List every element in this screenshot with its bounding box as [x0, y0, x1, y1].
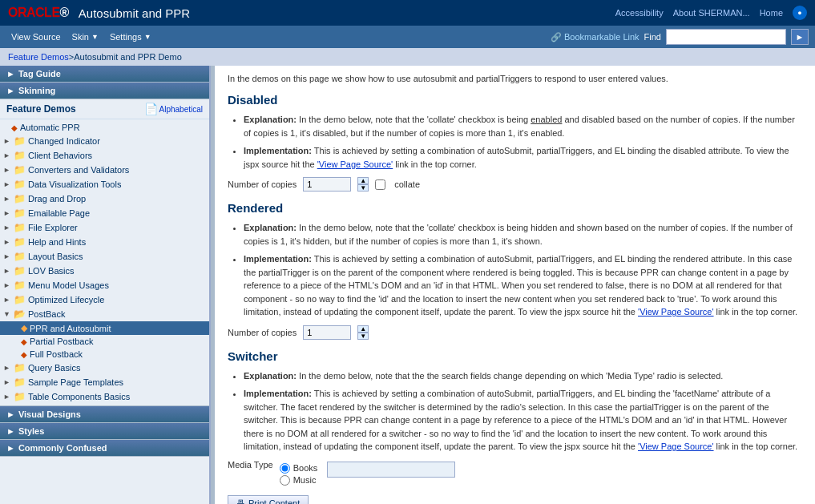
- spinner-group-2: ▲ ▼: [357, 325, 369, 340]
- folder-icon-query-basics: 📁: [14, 362, 26, 373]
- content-area: In the demos on this page we show how to…: [215, 66, 815, 504]
- copies-input-2[interactable]: [303, 325, 351, 340]
- styles-header[interactable]: ► Styles: [0, 423, 209, 439]
- folder-icon-sample-templates: 📁: [14, 377, 26, 388]
- folder-icon-menu-model: 📁: [14, 280, 26, 291]
- styles-label: Styles: [18, 426, 44, 436]
- breadcrumb-feature-demos[interactable]: Feature Demos: [8, 52, 69, 62]
- disabled-demo-row: Number of copies ▲ ▼ collate: [228, 177, 802, 192]
- tag-guide-label: Tag Guide: [18, 69, 61, 79]
- sidebar-item-sample-templates[interactable]: ► 📁 Sample Page Templates: [0, 375, 209, 389]
- expand-icon-lov-basics: ►: [3, 267, 11, 275]
- folder-icon-table-components: 📁: [14, 391, 26, 402]
- alphabetical-button[interactable]: 📄 Alphabetical: [144, 103, 203, 115]
- sidebar-item-converters[interactable]: ► 📁 Converters and Validators: [0, 163, 209, 177]
- sidebar-item-data-viz[interactable]: ► 📁 Data Visualization Tools: [0, 177, 209, 192]
- media-type-label: Media Type: [228, 460, 273, 470]
- home-link[interactable]: Home: [760, 8, 783, 18]
- find-label: Find: [644, 32, 661, 42]
- copies-input-1[interactable]: [303, 177, 351, 192]
- disabled-bullet-2: Implementation: This is achieved by sett…: [244, 144, 802, 171]
- expand-icon-query-basics: ►: [3, 364, 11, 372]
- accessibility-link[interactable]: Accessibility: [615, 8, 664, 18]
- page-icon-partial-postback: ◆: [21, 337, 27, 346]
- sidebar-item-file-explorer[interactable]: ► 📁 File Explorer: [0, 220, 209, 235]
- sidebar: ► Tag Guide ► Skinning Feature Demos 📄 A…: [0, 66, 210, 504]
- sidebar-section-feature-demos: Feature Demos 📄 Alphabetical ◆ Automatic…: [0, 99, 209, 406]
- printer-icon: 🖶: [236, 498, 245, 505]
- disabled-bullets: Explanation: In the demo below, note tha…: [228, 113, 802, 171]
- skin-button[interactable]: Skin ▼: [67, 30, 103, 43]
- sidebar-item-lov-basics[interactable]: ► 📁 LOV Basics: [0, 264, 209, 278]
- expand-icon-emailable: ►: [3, 209, 11, 217]
- switcher-demo-row: Media Type Books Music: [228, 460, 802, 486]
- expand-icon-postback: ▼: [3, 310, 11, 318]
- sidebar-item-optimized-lifecycle[interactable]: ► 📁 Optimized Lifecycle: [0, 292, 209, 307]
- sidebar-item-menu-model[interactable]: ► 📁 Menu Model Usages: [0, 278, 209, 292]
- folder-icon-drag-drop: 📁: [14, 193, 26, 204]
- view-page-source-link-2[interactable]: 'View Page Source': [638, 307, 714, 317]
- spinner-down-1[interactable]: ▼: [357, 184, 369, 192]
- print-content-button[interactable]: 🖶 Print Content: [228, 495, 309, 505]
- bookmarkable-link[interactable]: 🔗 Bookmarkable Link: [551, 32, 639, 42]
- switcher-bullet-1: Explanation: In the demo below, note tha…: [244, 369, 802, 383]
- bookmark-icon: 🔗: [551, 32, 562, 42]
- radio-music[interactable]: [280, 475, 290, 486]
- commonly-confused-label: Commonly Confused: [18, 443, 107, 453]
- radio-music-label: Music: [293, 475, 317, 485]
- page-icon-full-postback: ◆: [21, 350, 27, 359]
- section-title-disabled: Disabled: [228, 93, 802, 107]
- radio-books[interactable]: [280, 463, 290, 474]
- folder-icon-converters: 📁: [14, 164, 26, 175]
- spinner-down-2[interactable]: ▼: [357, 333, 369, 340]
- sidebar-item-query-basics[interactable]: ► 📁 Query Basics: [0, 361, 209, 375]
- settings-dropdown-icon: ▼: [144, 33, 151, 41]
- spinner-up-1[interactable]: ▲: [357, 177, 369, 184]
- sidebar-item-automatic-ppr[interactable]: ◆ Automatic PPR: [0, 121, 209, 134]
- sidebar-item-ppr-autosubmit[interactable]: ◆ PPR and Autosubmit: [0, 321, 209, 335]
- spinner-up-2[interactable]: ▲: [357, 325, 369, 333]
- styles-arrow: ►: [6, 426, 15, 436]
- commonly-confused-arrow: ►: [6, 443, 15, 453]
- find-input[interactable]: [666, 29, 786, 45]
- sidebar-item-help-hints[interactable]: ► 📁 Help and Hints: [0, 235, 209, 249]
- view-source-button[interactable]: View Source: [6, 30, 66, 43]
- commonly-confused-header[interactable]: ► Commonly Confused: [0, 440, 209, 456]
- sidebar-item-table-components[interactable]: ► 📁 Table Components Basics: [0, 389, 209, 404]
- folder-icon-optimized-lifecycle: 📁: [14, 294, 26, 305]
- skinning-arrow: ►: [6, 86, 15, 95]
- settings-button[interactable]: Settings ▼: [105, 30, 156, 43]
- visual-designs-header[interactable]: ► Visual Designs: [0, 406, 209, 422]
- expand-icon-changed-indicator: ►: [3, 137, 11, 145]
- collate-checkbox-1[interactable]: [375, 179, 385, 190]
- header-right: Accessibility About SHERMAN... Home ●: [615, 6, 807, 20]
- radio-books-label: Books: [293, 463, 318, 473]
- sidebar-item-emailable[interactable]: ► 📁 Emailable Page: [0, 206, 209, 220]
- sidebar-item-postback[interactable]: ▼ 📂 PostBack: [0, 307, 209, 321]
- expand-icon-optimized-lifecycle: ►: [3, 296, 11, 304]
- main-layout: ► Tag Guide ► Skinning Feature Demos 📄 A…: [0, 66, 815, 504]
- expand-icon-menu-model: ►: [3, 281, 11, 289]
- sidebar-item-full-postback[interactable]: ◆ Full Postback: [0, 348, 209, 361]
- content-intro: In the demos on this page we show how to…: [228, 74, 802, 83]
- tag-guide-header[interactable]: ► Tag Guide: [0, 66, 209, 82]
- feature-demos-content: ◆ Automatic PPR ► 📁 Changed Indicator ► …: [0, 119, 209, 405]
- view-page-source-link-3[interactable]: 'View Page Source': [638, 442, 714, 451]
- section-title-rendered: Rendered: [228, 201, 802, 215]
- sidebar-item-partial-postback[interactable]: ◆ Partial Postback: [0, 335, 209, 348]
- breadcrumb: Feature Demos > Autosubmit and PPR Demo: [0, 48, 815, 66]
- skinning-header[interactable]: ► Skinning: [0, 83, 209, 99]
- sidebar-item-drag-drop[interactable]: ► 📁 Drag and Drop: [0, 192, 209, 206]
- sidebar-item-layout-basics[interactable]: ► 📁 Layout Basics: [0, 249, 209, 264]
- switcher-bullets: Explanation: In the demo below, note tha…: [228, 369, 802, 454]
- find-button[interactable]: ►: [791, 29, 809, 45]
- sidebar-item-client-behaviors[interactable]: ► 📁 Client Behaviors: [0, 148, 209, 163]
- radio-item-books: Books: [280, 463, 318, 474]
- about-link[interactable]: About SHERMAN...: [673, 8, 750, 18]
- rendered-demo-label: Number of copies: [228, 328, 297, 337]
- section-switcher: Switcher Explanation: In the demo below,…: [228, 349, 802, 486]
- alpha-icon: 📄: [144, 103, 158, 115]
- home-button[interactable]: ●: [793, 6, 807, 20]
- sidebar-item-changed-indicator[interactable]: ► 📁 Changed Indicator: [0, 134, 209, 148]
- view-page-source-link-1[interactable]: 'View Page Source': [317, 159, 393, 169]
